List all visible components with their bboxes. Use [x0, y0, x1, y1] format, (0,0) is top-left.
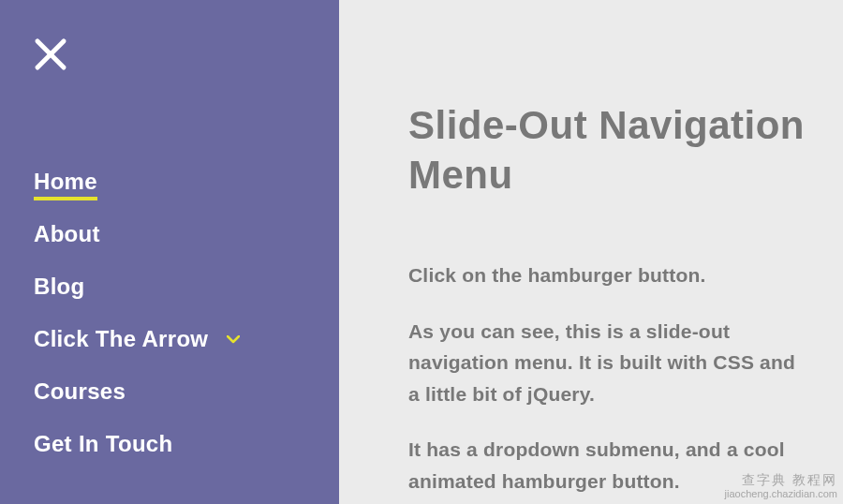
paragraph: As you can see, this is a slide-out navi… — [408, 316, 806, 410]
nav-item-label: Click The Arrow — [34, 326, 208, 352]
nav-item-label: Get In Touch — [34, 431, 172, 457]
nav-item-label: Blog — [34, 274, 85, 300]
nav-list: Home About Blog Click The Arrow Courses … — [34, 169, 305, 457]
watermark-line2: jiaocheng.chazidian.com — [725, 488, 837, 500]
nav-item-label: Home — [34, 169, 97, 195]
nav-item-label: About — [34, 221, 100, 247]
nav-item-courses[interactable]: Courses — [34, 378, 305, 405]
nav-item-get-in-touch[interactable]: Get In Touch — [34, 431, 305, 457]
nav-item-about[interactable]: About — [34, 221, 305, 247]
paragraph: Click on the hamburger button. — [408, 259, 806, 291]
nav-item-click-the-arrow[interactable]: Click The Arrow — [34, 326, 305, 352]
sidebar: Home About Blog Click The Arrow Courses … — [0, 0, 339, 504]
close-icon — [34, 37, 67, 71]
watermark-line1: 查字典 教程网 — [725, 472, 837, 488]
nav-item-blog[interactable]: Blog — [34, 274, 305, 300]
close-button[interactable] — [34, 37, 71, 75]
watermark: 查字典 教程网 jiaocheng.chazidian.com — [725, 472, 837, 500]
nav-item-label: Courses — [34, 378, 126, 405]
main-content: Slide-Out Navigation Menu Click on the h… — [339, 0, 843, 504]
chevron-down-icon[interactable] — [227, 335, 240, 344]
nav-item-home[interactable]: Home — [34, 169, 305, 195]
page-title: Slide-Out Navigation Menu — [408, 101, 806, 200]
